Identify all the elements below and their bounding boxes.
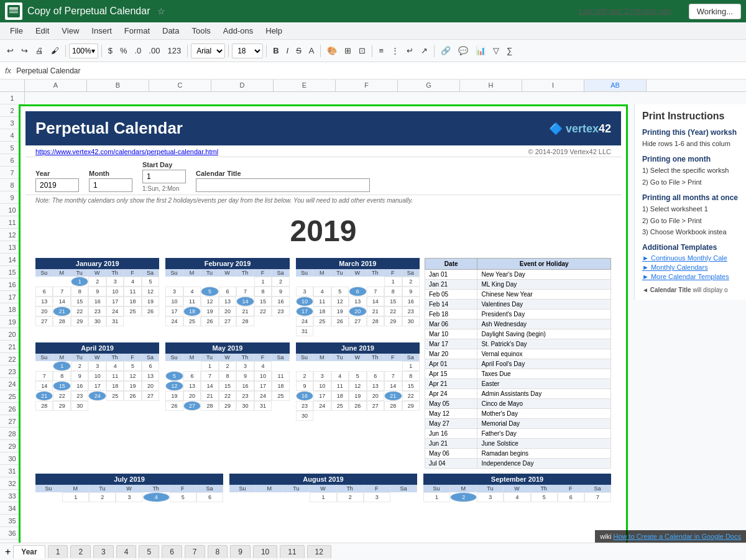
col-header-ab[interactable]: AB xyxy=(584,80,647,91)
sheet-tab-6[interactable]: 6 xyxy=(162,545,182,558)
menu-data[interactable]: Data xyxy=(157,25,184,37)
function-button[interactable]: ∑ xyxy=(504,44,515,57)
comment-button[interactable]: 💬 xyxy=(455,44,471,57)
sheet-tab-4[interactable]: 4 xyxy=(116,545,137,558)
add-sheet-button[interactable]: + xyxy=(5,546,11,558)
align-left-button[interactable]: ≡ xyxy=(375,44,387,57)
menu-edit[interactable]: Edit xyxy=(30,25,54,37)
row-num-1: 1 xyxy=(0,92,25,104)
sheet-tab-8[interactable]: 8 xyxy=(208,545,228,558)
day-cell xyxy=(367,411,384,421)
fill-color-button[interactable]: 🎨 xyxy=(324,44,340,57)
startday-input[interactable] xyxy=(142,170,186,183)
day-cell: 21 xyxy=(201,391,218,401)
col-header-g[interactable]: G xyxy=(398,80,460,91)
col-header-c[interactable]: C xyxy=(149,80,211,91)
zoom-selector[interactable]: 100% ▾ xyxy=(69,44,98,58)
holiday-event: Daylight Saving (begin) xyxy=(477,329,611,339)
percent-button[interactable]: % xyxy=(117,44,131,57)
menu-tools[interactable]: Tools xyxy=(186,25,215,37)
continuous-link[interactable]: ► Continuous Monthly Cale xyxy=(642,254,745,262)
sheet-tab-11[interactable]: 11 xyxy=(280,545,304,558)
month-calendar: April 2019SuMTuWThFSa1234567891011121314… xyxy=(35,342,159,421)
day-cell: 20 xyxy=(183,391,201,401)
month-title: September 2019 xyxy=(423,474,611,485)
sheet-tab-2[interactable]: 2 xyxy=(70,545,91,558)
font-size-selector[interactable]: 18 xyxy=(232,44,263,58)
font-selector[interactable]: Arial xyxy=(191,44,225,58)
italic-button[interactable]: I xyxy=(283,44,292,57)
day-header: Sa xyxy=(142,269,159,277)
menu-insert[interactable]: Insert xyxy=(86,25,117,37)
sheet-tab-9[interactable]: 9 xyxy=(230,545,251,558)
year-input[interactable] xyxy=(35,178,79,192)
footer-link[interactable]: How to Create a Calendar in Google Docs xyxy=(614,533,741,540)
chart-button[interactable]: 📊 xyxy=(472,44,489,57)
currency-button[interactable]: $ xyxy=(105,44,116,57)
caltitle-input[interactable] xyxy=(196,178,370,192)
sheet-tab-10[interactable]: 10 xyxy=(253,545,277,558)
month-day-headers: SuMTuWThFSa xyxy=(35,485,223,492)
sheet-tab-1[interactable]: 1 xyxy=(48,545,68,558)
day-cell xyxy=(165,361,183,371)
decimal-dec-button[interactable]: .0 xyxy=(132,44,145,57)
day-cell xyxy=(229,502,256,511)
day-cell: 21 xyxy=(53,306,70,316)
cal-url[interactable]: https://www.vertex42.com/calendars/perpe… xyxy=(35,148,218,155)
monthly-calendars-link[interactable]: ► Monthly Calendars xyxy=(642,264,745,271)
bold-button[interactable]: B xyxy=(270,44,282,57)
rotate-button[interactable]: ↗ xyxy=(418,44,431,57)
day-cell xyxy=(89,502,116,511)
col-header-a[interactable]: A xyxy=(25,80,87,91)
sheet-tab-7[interactable]: 7 xyxy=(185,545,205,558)
col-header-b[interactable]: B xyxy=(87,80,149,91)
day-cell: 12 xyxy=(165,381,183,391)
day-header: Sa xyxy=(402,354,420,361)
sheet-tab-12[interactable]: 12 xyxy=(307,545,331,558)
merge-button[interactable]: ⊡ xyxy=(356,44,369,57)
holiday-row: Apr 01April Fool's Day xyxy=(425,359,611,369)
strikethrough-button[interactable]: S xyxy=(293,44,305,57)
col-header-f[interactable]: F xyxy=(336,80,398,91)
day-cell: 7 xyxy=(367,287,384,296)
day-cell: 29 xyxy=(71,316,88,326)
link-button[interactable]: 🔗 xyxy=(438,44,454,57)
print-button[interactable]: 🖨 xyxy=(32,44,47,57)
day-header: Su xyxy=(35,354,53,361)
number-format-button[interactable]: 123 xyxy=(164,44,184,57)
day-cell: 26 xyxy=(124,391,141,401)
star-icon[interactable]: ☆ xyxy=(157,6,165,16)
month-days-grid: 1234567891011121314151617181920212223242… xyxy=(165,361,289,411)
day-cell xyxy=(331,411,349,421)
doc-title: Copy of Perpetual Calendar xyxy=(27,6,150,17)
col-header-i[interactable]: I xyxy=(522,80,584,91)
working-button[interactable]: Working... xyxy=(689,4,741,19)
paint-format-button[interactable]: 🖌 xyxy=(48,44,62,57)
sheet-tab-3[interactable]: 3 xyxy=(93,545,114,558)
menu-addons[interactable]: Add-ons xyxy=(218,25,258,37)
month-input[interactable] xyxy=(89,178,132,192)
day-cell xyxy=(313,326,331,336)
col-header-e[interactable]: E xyxy=(274,80,336,91)
wrap-button[interactable]: ↵ xyxy=(403,44,417,57)
day-cell: 18 xyxy=(106,381,124,391)
day-cell: 14 xyxy=(53,296,70,306)
borders-button[interactable]: ⊞ xyxy=(341,44,354,57)
menu-view[interactable]: View xyxy=(57,25,84,37)
sheet-tab-year[interactable]: Year xyxy=(13,545,45,558)
col-header-h[interactable]: H xyxy=(460,80,522,91)
menu-file[interactable]: File xyxy=(5,25,28,37)
menu-format[interactable]: Format xyxy=(119,25,155,37)
more-templates-link[interactable]: ► More Calendar Templates xyxy=(642,273,745,280)
sheet-tab-5[interactable]: 5 xyxy=(139,545,159,558)
undo-button[interactable]: ↩ xyxy=(4,44,17,57)
menu-help[interactable]: Help xyxy=(260,25,287,37)
redo-button[interactable]: ↪ xyxy=(18,44,31,57)
align-center-button[interactable]: ⋮ xyxy=(388,44,402,57)
col-header-d[interactable]: D xyxy=(211,80,274,91)
text-color-button[interactable]: A xyxy=(306,44,318,57)
decimal-inc-button[interactable]: .00 xyxy=(145,44,163,57)
day-cell: 17 xyxy=(106,296,124,306)
holiday-event: Father's Day xyxy=(477,429,611,439)
filter-button[interactable]: ▽ xyxy=(490,44,502,57)
